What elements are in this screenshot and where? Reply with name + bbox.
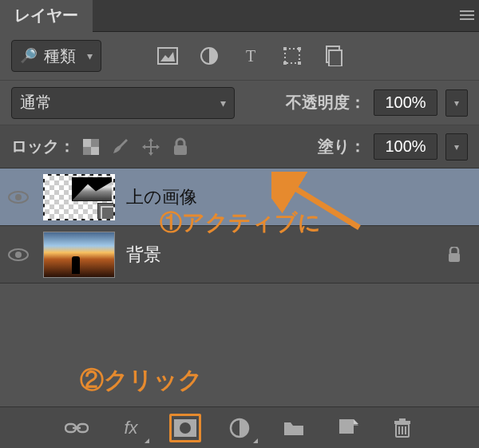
svg-marker-5 [160, 52, 175, 61]
lock-icons [83, 137, 188, 157]
lock-row: ロック： 塗り： 100% ▾ [0, 125, 479, 168]
lock-move-icon[interactable] [141, 137, 161, 157]
filter-kind-dropdown[interactable]: 🔍 種類 ▾ [11, 40, 101, 72]
visibility-toggle[interactable] [8, 248, 32, 262]
svg-rect-14 [329, 50, 342, 66]
smart-object-badge [97, 203, 115, 220]
svg-text:T: T [246, 47, 255, 65]
fill-label: 塗り： [318, 136, 366, 157]
svg-rect-9 [283, 47, 287, 50]
filter-adjust-icon[interactable] [197, 44, 221, 68]
lock-indicator-icon [447, 247, 471, 263]
delete-layer-button[interactable] [386, 414, 418, 442]
filter-text-icon[interactable]: T [239, 44, 263, 68]
svg-rect-2 [460, 18, 474, 20]
layer-name[interactable]: 背景 [126, 243, 436, 267]
opacity-input[interactable]: 100% [374, 89, 437, 116]
svg-point-30 [180, 422, 191, 434]
lock-transparent-icon[interactable] [83, 139, 99, 155]
new-group-button[interactable] [278, 414, 310, 442]
svg-rect-17 [91, 147, 99, 155]
blend-mode-dropdown[interactable]: 通常 ▾ [11, 87, 235, 119]
svg-point-20 [15, 194, 22, 200]
layer-thumbnail[interactable] [43, 174, 115, 220]
tab-layers[interactable]: レイヤー [0, 0, 93, 32]
svg-point-22 [15, 252, 22, 258]
fill-input[interactable]: 100% [374, 133, 437, 160]
svg-rect-32 [339, 419, 354, 434]
filter-row: 🔍 種類 ▾ T [0, 32, 479, 80]
svg-rect-16 [83, 139, 91, 147]
filter-smart-icon[interactable] [322, 44, 346, 68]
filter-kind-label: 種類 [44, 46, 76, 67]
svg-rect-0 [460, 10, 474, 12]
tab-label: レイヤー [14, 5, 78, 26]
svg-rect-40 [399, 418, 406, 421]
add-mask-button[interactable] [169, 414, 201, 442]
fill-dropdown[interactable]: ▾ [445, 133, 468, 161]
opacity-dropdown[interactable]: ▾ [445, 89, 468, 117]
opacity-label: 不透明度： [286, 92, 366, 113]
layer-name[interactable]: 上の画像 [126, 185, 471, 209]
lock-all-icon[interactable] [172, 137, 188, 157]
layers-list: 上の画像 背景 [0, 168, 479, 283]
svg-rect-23 [449, 253, 460, 262]
panel-menu-button[interactable] [455, 0, 479, 32]
layers-panel: レイヤー 🔍 種類 ▾ T [0, 0, 479, 448]
svg-rect-12 [298, 61, 301, 65]
visibility-toggle[interactable] [8, 190, 32, 204]
annotation-step2: ②クリック [80, 364, 203, 397]
blend-row: 通常 ▾ 不透明度： 100% ▾ [0, 80, 479, 125]
panel-tabs: レイヤー [0, 0, 479, 32]
lock-brush-icon[interactable] [110, 137, 129, 157]
fill-value: 100% [385, 137, 426, 155]
link-layers-button[interactable] [61, 414, 93, 442]
chevron-down-icon: ▾ [220, 97, 226, 109]
adjustment-layer-button[interactable] [224, 414, 255, 442]
filter-pixel-icon[interactable] [156, 44, 180, 68]
blend-mode-value: 通常 [20, 92, 52, 113]
svg-rect-39 [394, 421, 410, 424]
svg-rect-11 [283, 61, 287, 65]
svg-marker-34 [354, 419, 358, 424]
search-icon: 🔍 [20, 47, 38, 65]
layer-row[interactable]: 背景 [0, 226, 479, 283]
svg-rect-10 [298, 47, 301, 50]
chevron-down-icon: ▾ [87, 50, 93, 62]
svg-rect-18 [174, 145, 187, 155]
filter-shape-icon[interactable] [280, 44, 304, 68]
layer-row-active[interactable]: 上の画像 [0, 168, 479, 226]
layer-fx-button[interactable]: fx [115, 414, 147, 442]
lock-label: ロック： [11, 136, 75, 157]
layers-bottom-toolbar: fx [0, 406, 479, 448]
svg-rect-1 [460, 14, 474, 16]
layer-thumbnail[interactable] [43, 232, 115, 278]
filter-type-icons: T [156, 44, 346, 68]
new-layer-button[interactable] [332, 414, 364, 442]
svg-rect-8 [285, 49, 299, 63]
opacity-value: 100% [385, 93, 426, 111]
